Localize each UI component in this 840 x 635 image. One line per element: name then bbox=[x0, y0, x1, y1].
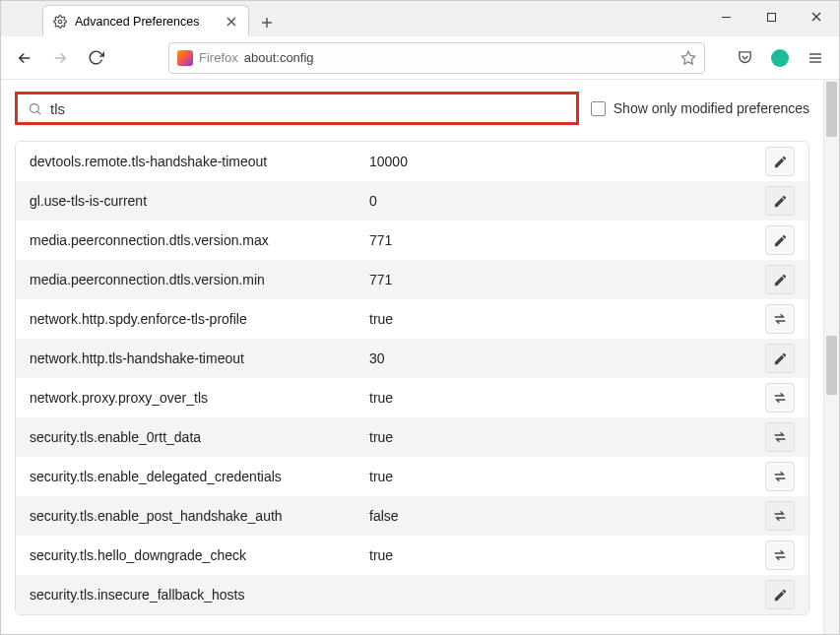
browser-toolbar: Firefox about:config bbox=[1, 36, 839, 80]
pref-value: 10000 bbox=[369, 154, 765, 169]
addressbar-label: Firefox bbox=[199, 50, 238, 65]
pref-row: gl.use-tls-is-current0 bbox=[16, 181, 808, 221]
pref-value: true bbox=[369, 390, 765, 406]
pref-name: network.proxy.proxy_over_tls bbox=[30, 390, 369, 406]
pref-name: security.tls.hello_downgrade_check bbox=[30, 547, 369, 563]
pref-name: media.peerconnection.dtls.version.max bbox=[30, 232, 369, 248]
prefs-table: devtools.remote.tls-handshake-timeout100… bbox=[15, 141, 809, 615]
edit-button[interactable] bbox=[765, 225, 795, 255]
pocket-button[interactable] bbox=[729, 42, 760, 74]
pref-row: security.tls.insecure_fallback_hosts bbox=[16, 575, 808, 614]
pref-value: true bbox=[369, 429, 765, 445]
scrollbar-thumb[interactable] bbox=[826, 336, 837, 395]
pref-row: media.peerconnection.dtls.version.min771 bbox=[16, 260, 808, 299]
bookmark-star-icon[interactable] bbox=[680, 50, 696, 66]
pref-row: network.http.tls-handshake-timeout30 bbox=[16, 339, 808, 378]
svg-rect-1 bbox=[767, 13, 775, 21]
toggle-button[interactable] bbox=[765, 304, 795, 334]
pref-value: true bbox=[369, 311, 765, 327]
pref-row: security.tls.hello_downgrade_checktrue bbox=[16, 536, 808, 575]
pref-value: 0 bbox=[369, 193, 765, 209]
vertical-scrollbar[interactable] bbox=[823, 80, 839, 634]
pref-value: 30 bbox=[369, 350, 765, 366]
checkbox-icon bbox=[591, 101, 606, 116]
pref-row: security.tls.enable_post_handshake_authf… bbox=[16, 496, 808, 536]
maximize-button[interactable] bbox=[748, 1, 794, 32]
window-controls bbox=[703, 1, 839, 32]
back-button[interactable] bbox=[9, 42, 40, 74]
close-window-button[interactable] bbox=[794, 1, 839, 32]
pref-name: devtools.remote.tls-handshake-timeout bbox=[30, 154, 369, 169]
show-only-modified-label: Show only modified preferences bbox=[614, 100, 809, 116]
pref-name: media.peerconnection.dtls.version.min bbox=[30, 272, 369, 287]
pref-name: security.tls.enable_delegated_credential… bbox=[30, 469, 369, 484]
reload-button[interactable] bbox=[80, 42, 111, 74]
pref-name: gl.use-tls-is-current bbox=[30, 193, 369, 209]
pref-name: security.tls.insecure_fallback_hosts bbox=[30, 587, 369, 603]
search-icon bbox=[28, 101, 42, 116]
pref-row: network.proxy.proxy_over_tlstrue bbox=[16, 378, 808, 417]
tab-close-button[interactable] bbox=[225, 15, 238, 29]
addressbar[interactable]: Firefox about:config bbox=[168, 42, 705, 74]
edit-button[interactable] bbox=[765, 186, 795, 216]
svg-point-0 bbox=[58, 20, 62, 24]
toggle-button[interactable] bbox=[765, 422, 795, 452]
pref-name: network.http.tls-handshake-timeout bbox=[30, 350, 369, 366]
toggle-button[interactable] bbox=[765, 462, 795, 491]
minimize-button[interactable] bbox=[703, 1, 748, 32]
app-menu-button[interactable] bbox=[800, 42, 831, 74]
svg-marker-2 bbox=[681, 51, 694, 64]
edit-button[interactable] bbox=[765, 344, 795, 373]
pref-name: security.tls.enable_0rtt_data bbox=[30, 429, 369, 445]
addressbar-url: about:config bbox=[244, 50, 675, 65]
pref-value: true bbox=[369, 547, 765, 563]
browser-tab[interactable]: Advanced Preferences bbox=[42, 5, 249, 36]
edit-button[interactable] bbox=[765, 265, 795, 294]
new-tab-button[interactable] bbox=[253, 9, 281, 36]
svg-point-3 bbox=[31, 103, 39, 112]
forward-button[interactable] bbox=[44, 42, 76, 74]
toggle-button[interactable] bbox=[765, 501, 795, 531]
gear-icon bbox=[53, 15, 67, 29]
about-config-content: Show only modified preferences devtools.… bbox=[1, 80, 823, 634]
green-circle-icon bbox=[771, 49, 789, 67]
pref-value: true bbox=[369, 469, 765, 484]
extension-button[interactable] bbox=[764, 42, 796, 74]
pref-name: network.http.spdy.enforce-tls-profile bbox=[30, 311, 369, 327]
pref-name: security.tls.enable_post_handshake_auth bbox=[30, 508, 369, 524]
firefox-icon bbox=[177, 50, 193, 66]
titlebar: Advanced Preferences bbox=[1, 1, 839, 36]
pref-value: 771 bbox=[369, 232, 765, 248]
edit-button[interactable] bbox=[765, 580, 795, 609]
pref-value: false bbox=[369, 508, 765, 524]
pref-row: network.http.spdy.enforce-tls-profiletru… bbox=[16, 299, 808, 339]
edit-button[interactable] bbox=[765, 147, 795, 176]
scrollbar-thumb[interactable] bbox=[826, 82, 837, 137]
show-only-modified-checkbox[interactable]: Show only modified preferences bbox=[591, 100, 809, 116]
pref-search-box[interactable] bbox=[15, 92, 579, 125]
pref-row: media.peerconnection.dtls.version.max771 bbox=[16, 221, 808, 260]
pref-row: security.tls.enable_delegated_credential… bbox=[16, 457, 808, 496]
tab-title: Advanced Preferences bbox=[75, 15, 217, 29]
pref-row: security.tls.enable_0rtt_datatrue bbox=[16, 417, 808, 457]
pref-value: 771 bbox=[369, 272, 765, 287]
pref-row: devtools.remote.tls-handshake-timeout100… bbox=[16, 142, 808, 181]
toggle-button[interactable] bbox=[765, 540, 795, 570]
toggle-button[interactable] bbox=[765, 383, 795, 413]
pref-search-input[interactable] bbox=[50, 100, 566, 117]
